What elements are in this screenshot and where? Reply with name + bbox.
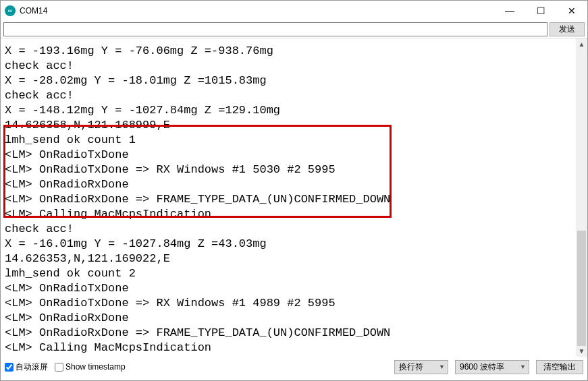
titlebar: ∞ COM14 — ☐ ✕ bbox=[1, 1, 587, 21]
serial-output-text[interactable]: X = -193.16mg Y = -76.06mg Z =-938.76mg … bbox=[1, 38, 576, 357]
line-ending-value: 换行符 bbox=[399, 361, 423, 373]
autoscroll-checkbox[interactable]: 自动滚屏 bbox=[5, 361, 48, 373]
show-timestamp-label: Show timestamp bbox=[65, 362, 126, 372]
baud-rate-value: 9600 波特率 bbox=[460, 361, 504, 373]
minimize-button[interactable]: — bbox=[494, 1, 525, 21]
vertical-scrollbar[interactable]: ▲ ▼ bbox=[576, 38, 587, 357]
show-timestamp-checkbox-input[interactable] bbox=[55, 363, 63, 372]
autoscroll-label: 自动滚屏 bbox=[16, 361, 48, 373]
baud-rate-select[interactable]: 9600 波特率 bbox=[455, 360, 529, 374]
autoscroll-checkbox-input[interactable] bbox=[5, 363, 14, 372]
scroll-up-arrow-icon[interactable]: ▲ bbox=[576, 38, 587, 50]
toolbar: 发送 bbox=[1, 21, 587, 38]
footer: 自动滚屏 Show timestamp 换行符 9600 波特率 清空输出 bbox=[1, 357, 587, 377]
serial-command-input[interactable] bbox=[3, 22, 547, 36]
window-controls: — ☐ ✕ bbox=[494, 1, 587, 21]
send-button[interactable]: 发送 bbox=[550, 22, 585, 36]
window-title: COM14 bbox=[20, 6, 47, 16]
maximize-button[interactable]: ☐ bbox=[525, 1, 556, 21]
output-pane: X = -193.16mg Y = -76.06mg Z =-938.76mg … bbox=[1, 38, 587, 357]
arduino-app-icon: ∞ bbox=[5, 5, 16, 16]
scroll-down-arrow-icon[interactable]: ▼ bbox=[576, 345, 587, 357]
show-timestamp-checkbox[interactable]: Show timestamp bbox=[55, 362, 126, 372]
clear-output-button[interactable]: 清空输出 bbox=[536, 360, 583, 374]
scroll-track[interactable] bbox=[576, 50, 587, 345]
close-button[interactable]: ✕ bbox=[556, 1, 587, 21]
scroll-thumb[interactable] bbox=[577, 231, 586, 346]
line-ending-select[interactable]: 换行符 bbox=[394, 360, 448, 374]
